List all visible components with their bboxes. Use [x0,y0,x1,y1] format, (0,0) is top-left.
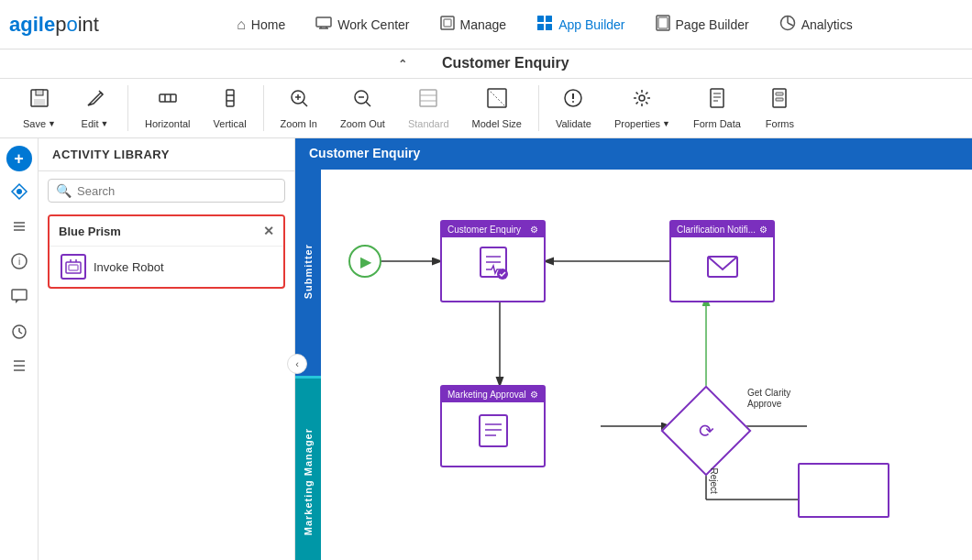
svg-rect-7 [546,16,552,22]
invoke-robot-label: Invoke Robot [94,260,164,274]
nav-analytics[interactable]: Analytics [767,9,866,40]
svg-rect-14 [36,90,43,95]
edit-icon [84,87,106,115]
nav-pagebuilder[interactable]: Page Builder [643,9,762,40]
svg-rect-6 [537,16,544,22]
marketing-approval-gear[interactable]: ⚙ [530,390,538,400]
canvas-content[interactable]: Submitter Marketing Manager [295,168,972,560]
svg-rect-17 [160,94,176,102]
approve-label: Approve [747,399,781,409]
validate-button[interactable]: Validate [547,82,601,135]
manage-icon [440,16,455,34]
properties-icon [631,87,653,115]
standard-button[interactable]: Standard [399,82,458,135]
sidebar-nav-menu[interactable] [5,351,34,380]
properties-label: Properties [614,118,660,129]
zoom-out-button[interactable]: Zoom Out [331,82,394,135]
vertical-label: Vertical [214,118,247,129]
form-data-icon [706,87,728,115]
logo-text: agilepoint [9,13,99,37]
panel-collapse-button[interactable]: ‹ [287,354,307,374]
nav-analytics-label: Analytics [801,17,853,32]
canvas-area: Customer Enquiry Submitter Marketing Man… [295,138,972,560]
collapse-button[interactable]: ⌃ [390,58,415,72]
svg-rect-4 [441,16,454,29]
nav-appbuilder[interactable]: App Builder [524,9,637,40]
marketing-approval-node[interactable]: Marketing Approval ⚙ [440,385,546,467]
customer-enquiry-gear[interactable]: ⚙ [530,225,538,235]
forms-button[interactable]: Forms [755,82,805,135]
blue-prism-close[interactable]: ✕ [263,224,274,238]
sidebar-nav-timer[interactable] [5,316,34,346]
svg-rect-11 [658,17,668,28]
svg-line-53 [19,332,22,334]
nav-workcenter-label: Work Center [337,17,409,32]
svg-rect-0 [316,17,331,27]
form-data-button[interactable]: Form Data [684,82,750,135]
svg-rect-20 [226,90,234,106]
sidebar-nav-list[interactable] [5,212,34,241]
blue-prism-group: Blue Prism ✕ Invoke Robot [48,214,285,289]
nav-workcenter[interactable]: Work Center [303,11,422,38]
activity-panel: ACTIVITY LIBRARY 🔍 Blue Prism ✕ [39,138,295,560]
edit-button[interactable]: Edit ▼ [70,82,120,135]
diamond-node[interactable]: ⟳ [669,394,743,467]
sidebar-icons: + i [0,138,39,560]
validate-label: Validate [556,118,591,129]
horizontal-button[interactable]: Horizontal [136,82,200,135]
appbuilder-icon [536,15,553,35]
nav-home[interactable]: ⌂ Home [224,11,298,38]
reject-result-node[interactable] [798,463,889,518]
properties-chevron: ▼ [662,119,670,128]
standard-label: Standard [408,118,449,129]
sidebar-nav-number[interactable]: i [5,247,34,276]
activity-library-header: ACTIVITY LIBRARY [39,138,294,171]
vertical-button[interactable]: Vertical [204,82,256,135]
svg-rect-43 [776,98,783,101]
zoom-out-label: Zoom Out [340,118,385,129]
invoke-robot-icon [61,254,86,280]
sidebar-nav-activities[interactable] [5,177,34,206]
home-icon: ⌂ [237,16,246,33]
properties-button[interactable]: Properties ▼ [605,82,679,135]
start-node: ▶ [348,245,381,278]
invoke-robot-item[interactable]: Invoke Robot [50,246,283,287]
customer-enquiry-node[interactable]: Customer Enquiry ⚙ [440,220,546,302]
clarification-notif-node[interactable]: Clarification Notifi... ⚙ [669,220,775,302]
svg-point-35 [572,101,574,103]
nav-pagebuilder-label: Page Builder [676,17,749,32]
sidebar-nav-comment[interactable] [5,281,34,311]
form-data-label: Form Data [693,118,741,129]
search-box[interactable]: 🔍 [48,179,285,203]
svg-rect-50 [12,290,27,300]
forms-icon [768,87,790,115]
diamond-symbol: ⟳ [699,420,714,442]
zoom-in-button[interactable]: Zoom In [271,82,326,135]
customer-enquiry-node-label: Customer Enquiry [447,225,521,235]
horizontal-label: Horizontal [145,118,191,129]
clarification-notif-gear[interactable]: ⚙ [759,225,768,235]
zoom-in-label: Zoom In [281,118,317,129]
swimlane-submitter-label: Submitter [303,244,314,299]
model-size-icon [486,87,508,115]
horizontal-icon [157,87,179,115]
save-button[interactable]: Save ▼ [14,82,65,135]
svg-rect-30 [420,90,436,106]
analytics-icon [779,15,796,35]
zoom-out-icon [351,87,373,115]
toolbar: Save ▼ Edit ▼ Horizontal Vertical Zoom I… [0,79,972,138]
svg-line-28 [366,102,370,106]
svg-line-24 [303,102,307,106]
svg-rect-15 [34,99,45,105]
start-icon: ▶ [360,253,371,270]
logo: agilepoint [9,13,99,37]
nav-manage[interactable]: Manage [427,10,520,39]
search-input[interactable] [77,184,277,198]
customer-enquiry-task-icon [475,244,512,288]
vertical-icon [219,87,241,115]
model-size-button[interactable]: Model Size [463,82,531,135]
svg-rect-8 [537,24,544,30]
svg-rect-5 [444,19,451,27]
add-activity-button[interactable]: + [6,146,32,171]
svg-text:i: i [17,257,19,267]
